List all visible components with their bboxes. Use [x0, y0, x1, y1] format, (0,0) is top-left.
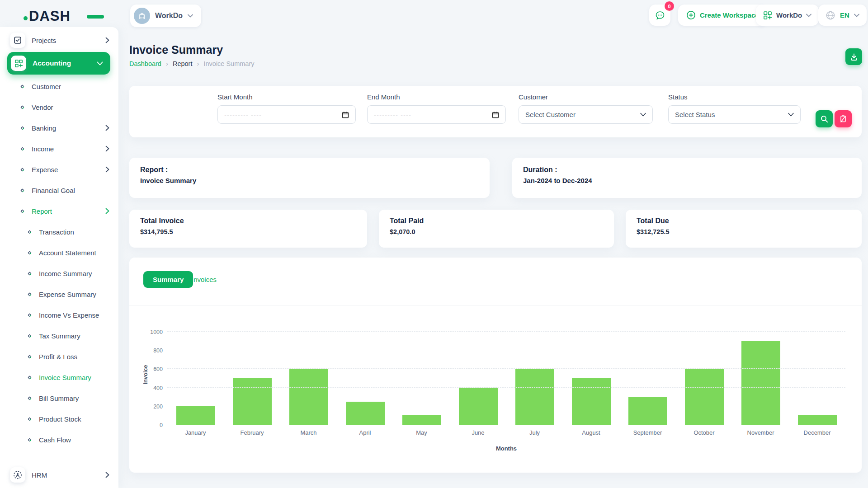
bar-april: [346, 402, 385, 425]
status-field-group: Status Select Status: [668, 93, 801, 124]
chat-bubble-icon: [655, 10, 665, 21]
workspace-switcher[interactable]: WorkDo: [130, 5, 201, 27]
chevron-right-icon: [105, 166, 109, 173]
bullet-icon: [20, 126, 25, 130]
sidebar-item-label: Report: [32, 207, 52, 215]
y-tick-1000: 1000: [139, 329, 163, 335]
total-invoice-value: $314,795.5: [140, 228, 356, 235]
sidebar-item-invoice-summary[interactable]: Invoice Summary: [0, 367, 118, 388]
chevron-right-icon: [105, 125, 109, 131]
people-group-icon: [13, 470, 22, 479]
bar-september: [628, 397, 667, 425]
sidebar-item-vendor[interactable]: Vendor: [0, 97, 118, 117]
page-title: Invoice Summary: [129, 43, 223, 56]
sidebar-item-income-vs-expense[interactable]: Income Vs Expense: [0, 305, 118, 325]
sidebar-item-transaction[interactable]: Transaction: [0, 221, 118, 242]
bar-slot-november: [732, 332, 789, 425]
total-invoice-card: Total Invoice $314,795.5: [129, 210, 367, 248]
sidebar-item-customer[interactable]: Customer: [0, 76, 118, 97]
sidebar-item-accounting[interactable]: Accounting: [7, 52, 110, 75]
bullet-icon: [20, 84, 25, 89]
download-icon: [850, 53, 858, 61]
sidebar-item-tax-summary[interactable]: Tax Summary: [0, 325, 118, 346]
gridline-1000: [167, 331, 845, 332]
app-logo: DASH: [29, 8, 92, 25]
sidebar-item-hrm[interactable]: HRM: [0, 465, 118, 485]
customer-select[interactable]: Select Customer: [519, 105, 653, 124]
sidebar-item-label: Invoice Summary: [39, 374, 91, 381]
sidebar-item-expense-summary[interactable]: Expense Summary: [0, 284, 118, 305]
x-label-january: January: [167, 429, 224, 436]
create-workspace-button[interactable]: Create Workspace: [678, 5, 767, 26]
header: DASH WorkDo 0 Create Workspace: [0, 0, 868, 33]
bar-series: [167, 332, 845, 425]
sidebar-item-banking[interactable]: Banking: [0, 117, 118, 138]
total-due-value: $312,725.5: [637, 228, 851, 235]
gridline-800: [167, 350, 845, 350]
sidebar-item-financial-goal[interactable]: Financial Goal: [0, 180, 118, 201]
bar-october: [685, 369, 724, 425]
sidebar-item-income-summary[interactable]: Income Summary: [0, 263, 118, 284]
sidebar-item-product-stock[interactable]: Product Stock: [0, 408, 118, 429]
bar-january: [176, 406, 215, 425]
end-month-placeholder: --------- ----: [374, 111, 411, 118]
sidebar-item-label: Profit & Loss: [39, 353, 77, 361]
bar-slot-june: [450, 332, 506, 425]
chevron-down-icon: [640, 113, 646, 117]
status-select-value: Select Status: [675, 111, 715, 118]
sidebar-item-account-statement[interactable]: Account Statement: [0, 242, 118, 263]
workdo-menu-button[interactable]: WorkDo: [756, 5, 819, 26]
sidebar-item-label: Customer: [32, 83, 61, 90]
calendar-icon: [342, 111, 349, 118]
y-tick-0: 0: [139, 422, 163, 428]
download-button[interactable]: [845, 48, 862, 65]
sidebar-item-label: Income: [32, 145, 54, 153]
reset-filter-button[interactable]: [835, 110, 852, 127]
language-selector[interactable]: EN: [818, 5, 867, 26]
x-label-june: June: [450, 429, 506, 436]
accounting-icon-box: [11, 56, 26, 71]
x-label-november: November: [732, 429, 789, 436]
breadcrumb-separator: ›: [197, 60, 199, 67]
end-month-input[interactable]: --------- ----: [367, 105, 506, 124]
tab-invoices[interactable]: Invoices: [192, 271, 217, 288]
breadcrumb-report-link[interactable]: Report: [173, 60, 193, 67]
breadcrumb: Dashboard › Report › Invoice Summary: [129, 60, 254, 67]
bullet-icon: [28, 354, 32, 359]
sidebar-item-label: Bill Summary: [39, 394, 79, 402]
chart-x-axis-title: Months: [167, 445, 845, 452]
create-workspace-label: Create Workspace: [700, 11, 759, 19]
bar-slot-september: [619, 332, 676, 425]
tab-summary[interactable]: Summary: [143, 271, 193, 288]
sidebar-item-expense[interactable]: Expense: [0, 159, 118, 180]
x-label-may: May: [393, 429, 450, 436]
bar-march: [289, 369, 328, 425]
total-due-label: Total Due: [637, 217, 851, 225]
sidebar-item-cash-flow[interactable]: Cash Flow: [0, 429, 118, 450]
chevron-right-icon: [105, 145, 109, 152]
start-month-input[interactable]: --------- ----: [217, 105, 356, 124]
chat-badge: 0: [665, 1, 674, 11]
chevron-right-icon: [105, 208, 109, 214]
bullet-icon: [20, 146, 25, 151]
customer-label: Customer: [519, 93, 653, 101]
sidebar-item-income[interactable]: Income: [0, 138, 118, 159]
status-select[interactable]: Select Status: [668, 105, 801, 124]
apply-filter-button[interactable]: [816, 110, 833, 127]
language-code: EN: [840, 11, 849, 19]
sidebar-item-bill-summary[interactable]: Bill Summary: [0, 388, 118, 408]
sidebar-item-label: Projects: [32, 37, 56, 44]
total-paid-value: $2,070.0: [390, 228, 603, 235]
sidebar-item-report[interactable]: Report: [0, 201, 118, 221]
sidebar-item-label: Banking: [32, 124, 56, 132]
sidebar-item-profit-loss[interactable]: Profit & Loss: [0, 346, 118, 367]
sidebar-item-label: Transaction: [39, 228, 74, 236]
sidebar-item-label: Accounting: [33, 59, 71, 67]
end-month-label: End Month: [367, 93, 506, 101]
sidebar-item-projects[interactable]: Projects: [0, 30, 118, 51]
bullet-icon: [28, 230, 32, 234]
messages-button[interactable]: 0: [649, 5, 670, 26]
bar-slot-july: [506, 332, 563, 425]
breadcrumb-dashboard-link[interactable]: Dashboard: [129, 60, 161, 67]
bar-july: [515, 369, 554, 425]
